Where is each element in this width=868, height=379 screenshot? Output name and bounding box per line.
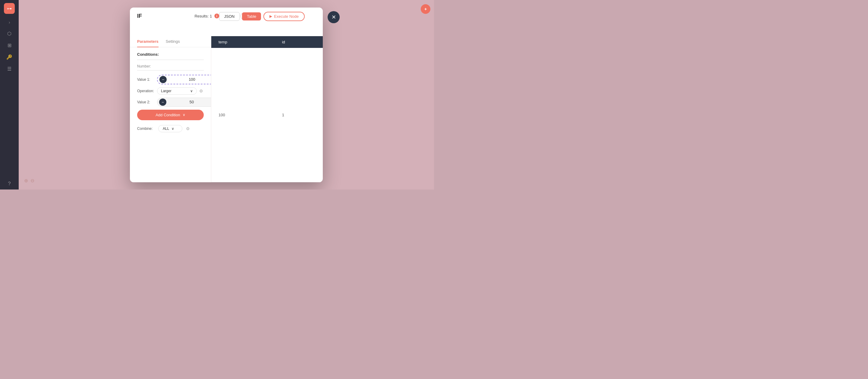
- right-panel: temp id 100 1: [211, 36, 323, 182]
- value2-label: Value 2:: [137, 100, 155, 104]
- value2-input[interactable]: [166, 100, 211, 104]
- combine-label: Combine:: [137, 127, 155, 131]
- table-header-row: temp id: [211, 36, 323, 48]
- tab-settings[interactable]: Settings: [166, 36, 180, 47]
- add-condition-label: Add Condition: [156, 113, 180, 117]
- value2-decrement-button[interactable]: −: [159, 98, 166, 106]
- tabs: Parameters Settings: [130, 36, 211, 47]
- play-icon: ▶: [270, 14, 272, 19]
- tab-parameters[interactable]: Parameters: [137, 36, 158, 47]
- modal: IF Results: 1 i | Output: true ∨: [130, 7, 323, 182]
- left-panel: Parameters Settings Conditions: Number:: [130, 36, 211, 182]
- separator-line: [137, 60, 204, 60]
- info-icon[interactable]: i: [214, 13, 219, 19]
- operation-select[interactable]: Larger ∨: [157, 87, 197, 95]
- add-condition-arrow-icon: ∨: [183, 113, 185, 117]
- execute-label: Execute Node: [274, 14, 299, 19]
- table-header-temp: temp: [211, 36, 275, 48]
- value1-input[interactable]: [167, 77, 211, 82]
- close-icon: ✕: [332, 14, 336, 21]
- combine-chevron-icon: ∨: [172, 127, 174, 131]
- modal-close-button[interactable]: ✕: [328, 11, 340, 23]
- value1-row: Value 1: − + ⚙: [137, 75, 204, 84]
- combine-settings-button[interactable]: ⚙: [185, 126, 190, 132]
- results-label: Results: 1: [194, 14, 212, 19]
- value1-label: Value 1:: [137, 77, 155, 82]
- table-header-id: id: [275, 36, 323, 48]
- sidebar-item-list[interactable]: ☰: [7, 66, 11, 72]
- value2-row: Value 2: − + ⚙: [137, 98, 204, 107]
- operation-chevron-icon: ∨: [190, 89, 193, 93]
- operation-settings-button[interactable]: ⚙: [198, 88, 204, 94]
- data-table: temp id 100 1: [211, 36, 323, 182]
- table-cell-temp: 100: [211, 48, 275, 182]
- modal-header: IF Results: 1 i | Output: true ∨: [130, 7, 323, 19]
- combine-row: Combine: ALL ∨ ⚙: [137, 125, 204, 132]
- combine-select[interactable]: ALL ∨: [158, 125, 182, 132]
- combine-value: ALL: [163, 127, 169, 131]
- logo-icon: ⊶: [7, 6, 12, 11]
- top-action-bar: JSON Table ▶ Execute Node: [219, 12, 305, 21]
- operation-row: Operation: Larger ∨ ⚙: [137, 87, 204, 95]
- sidebar-toggle[interactable]: ›: [9, 20, 10, 25]
- sidebar: ⊶ › ⬡ ⊞ 🔑 ☰ ?: [0, 0, 19, 189]
- operation-value: Larger: [161, 89, 172, 93]
- sidebar-logo[interactable]: ⊶: [4, 3, 15, 14]
- value2-stepper: − +: [157, 98, 211, 107]
- table-row: 100 1: [211, 48, 323, 182]
- value1-decrement-button[interactable]: −: [159, 76, 167, 83]
- sidebar-item-grid[interactable]: ⊞: [7, 42, 11, 48]
- sidebar-item-key[interactable]: 🔑: [6, 54, 12, 60]
- left-panel-content: Conditions: Number: Value 1: −: [130, 47, 211, 182]
- modal-title: IF: [137, 13, 142, 19]
- number-underline: [137, 70, 204, 70]
- execute-node-button[interactable]: ▶ Execute Node: [264, 12, 305, 21]
- conditions-label: Conditions:: [137, 52, 204, 57]
- table-button[interactable]: Table: [242, 12, 261, 21]
- number-label: Number:: [137, 64, 204, 68]
- add-condition-button[interactable]: Add Condition ∨: [137, 110, 204, 120]
- sidebar-item-help[interactable]: ?: [8, 181, 11, 187]
- modal-body: Parameters Settings Conditions: Number:: [130, 36, 323, 182]
- json-button[interactable]: JSON: [219, 12, 240, 21]
- modal-overlay: IF Results: 1 i | Output: true ∨: [19, 0, 434, 189]
- sidebar-item-nodes[interactable]: ⬡: [7, 31, 11, 36]
- operation-label: Operation:: [137, 89, 155, 93]
- modal-wrapper: IF Results: 1 i | Output: true ∨: [130, 7, 323, 182]
- table-cell-id: 1: [275, 48, 323, 182]
- value1-stepper: − +: [157, 75, 211, 84]
